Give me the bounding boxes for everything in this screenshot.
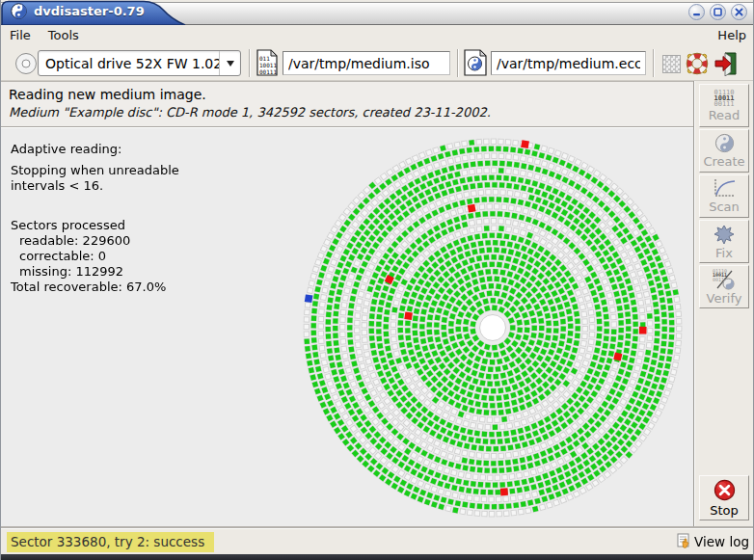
fix-button[interactable]: Fix: [699, 220, 749, 263]
app-window: dvdisaster-0.79 File Tools Help: [0, 0, 754, 560]
puzzle-splat-icon: [714, 224, 735, 245]
main-area: Adaptive reading: Stopping when unreadab…: [1, 128, 693, 528]
drive-selector-value: Optical drive 52X FW 1.02: [39, 56, 219, 71]
info-title: Adaptive reading:: [11, 142, 179, 157]
image-file-input[interactable]: [283, 51, 450, 75]
view-log-icon: [676, 533, 692, 549]
chevron-down-icon: [227, 61, 234, 67]
fix-button-label: Fix: [715, 246, 733, 260]
action-sidebar: 01110 10011 00111 Read Create Scan: [693, 81, 754, 528]
minimize-button[interactable]: [688, 4, 705, 20]
menu-help[interactable]: Help: [709, 26, 754, 44]
stop-button-label: Stop: [710, 503, 739, 518]
maximize-icon: [714, 8, 722, 16]
status-line-action: Reading new medium image.: [9, 87, 693, 102]
curve-chart-icon: [713, 178, 736, 199]
lifebelt-icon: [685, 51, 710, 76]
verify-button[interactable]: 01110 10011 00111 Verify: [699, 265, 749, 308]
view-log-button[interactable]: View log: [676, 533, 749, 549]
create-button[interactable]: Create: [699, 129, 749, 173]
statusbar: Sector 333680, try 2: success View log: [1, 528, 754, 554]
binary-check-icon: 01110 10011 00111: [713, 269, 736, 290]
svg-text:00111: 00111: [259, 68, 277, 75]
window-bottom-frame: [1, 554, 754, 560]
scan-button-label: Scan: [709, 200, 740, 214]
menubar: File Tools Help: [1, 25, 754, 45]
help-button[interactable]: [685, 51, 710, 76]
toolbar: Optical drive 52X FW 1.02 011 10011 0011…: [1, 45, 754, 81]
window-title: dvdisaster-0.79: [34, 4, 145, 18]
app-yinyang-icon: [11, 3, 27, 19]
preferences-button[interactable]: [659, 51, 684, 76]
svg-text:011: 011: [259, 55, 270, 62]
menu-file[interactable]: File: [1, 26, 40, 44]
disc-icon: [13, 51, 39, 76]
status-message: Sector 333680, try 2: success: [7, 532, 214, 552]
stop-button[interactable]: Stop: [699, 475, 749, 520]
maximize-button[interactable]: [710, 4, 726, 20]
menu-tools[interactable]: Tools: [40, 26, 88, 44]
exit-door-icon: [714, 51, 739, 76]
yin-yang-icon: [714, 133, 735, 153]
toolbar-separator: [457, 49, 459, 77]
info-correctable: correctable: 0: [11, 249, 179, 264]
verify-button-label: Verify: [707, 291, 742, 306]
read-button-label: Read: [709, 108, 741, 122]
status-line-medium: Medium "Example disc": CD-R mode 1, 3425…: [9, 105, 693, 120]
titlebar[interactable]: dvdisaster-0.79: [1, 0, 754, 25]
reading-info-panel: Adaptive reading: Stopping when unreadab…: [11, 142, 179, 295]
checker-icon: [662, 55, 681, 73]
drive-selector-dropdown-button[interactable]: [219, 51, 240, 75]
close-button[interactable]: [731, 4, 747, 20]
binary-digits-icon: 01110 10011 00111: [714, 90, 734, 107]
stop-x-icon: [714, 479, 736, 501]
info-sectors-header: Sectors processed: [11, 218, 179, 233]
quit-button[interactable]: [714, 51, 739, 76]
svg-text:10011: 10011: [259, 62, 277, 68]
read-button[interactable]: 01110 10011 00111 Read: [699, 84, 749, 127]
info-total-recoverable: Total recoverable: 67.0%: [11, 280, 179, 295]
toolbar-separator: [653, 49, 655, 77]
minimize-icon: [692, 8, 701, 16]
info-stopping-2: intervals < 16.: [11, 178, 179, 194]
close-icon: [735, 8, 743, 16]
ecc-file-icon: [463, 49, 488, 76]
info-readable: readable: 229600: [11, 233, 179, 249]
message-area: Reading new medium image. Medium "Exampl…: [1, 81, 693, 127]
iso-file-icon: 011 10011 00111: [256, 49, 279, 76]
info-stopping-1: Stopping when unreadable: [11, 163, 179, 178]
scan-button[interactable]: Scan: [699, 174, 749, 218]
drive-selector[interactable]: Optical drive 52X FW 1.02: [38, 50, 241, 76]
info-missing: missing: 112992: [11, 264, 179, 280]
ecc-file-input[interactable]: [491, 51, 646, 75]
toolbar-separator: [249, 49, 251, 77]
create-button-label: Create: [703, 154, 744, 169]
